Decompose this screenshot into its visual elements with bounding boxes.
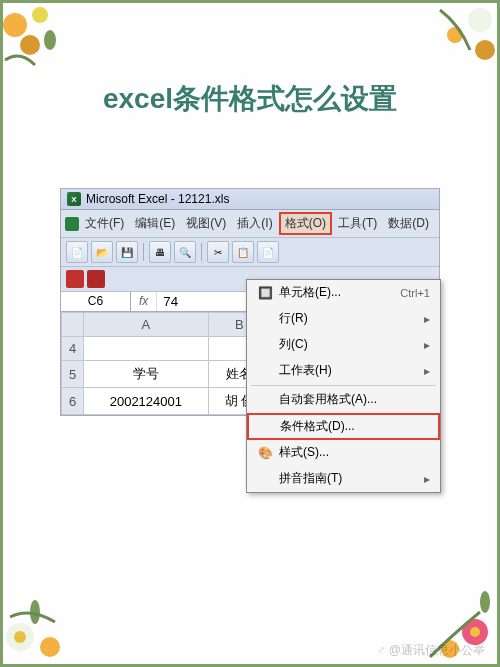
- menu-item-label: 单元格(E)...: [279, 284, 341, 301]
- menu-data[interactable]: 数据(D): [383, 213, 434, 234]
- fx-label[interactable]: fx: [131, 292, 157, 311]
- menu-format[interactable]: 格式(O): [279, 212, 332, 235]
- menu-item-cells[interactable]: 🔲 单元格(E)... Ctrl+1: [247, 280, 440, 306]
- standard-toolbar: 📄 📂 💾 🖶 🔍 ✂ 📋 📄: [61, 238, 439, 267]
- cells-icon: 🔲: [257, 285, 273, 301]
- window-title: Microsoft Excel - 12121.xls: [86, 192, 229, 206]
- flower-decoration-bl: [0, 577, 90, 667]
- new-button[interactable]: 📄: [66, 241, 88, 263]
- menu-item-label: 列(C): [279, 336, 308, 353]
- style-icon: 🎨: [257, 445, 273, 461]
- save-button[interactable]: 💾: [116, 241, 138, 263]
- menu-separator: [251, 385, 436, 386]
- cell[interactable]: 2002124001: [84, 388, 209, 415]
- menu-item-label: 拼音指南(T): [279, 470, 342, 487]
- menu-item-label: 自动套用格式(A)...: [279, 391, 377, 408]
- menu-view[interactable]: 视图(V): [181, 213, 231, 234]
- menu-item-autoformat[interactable]: 自动套用格式(A)...: [247, 387, 440, 413]
- pdf-icon[interactable]: [87, 270, 105, 288]
- row-header[interactable]: 6: [62, 388, 84, 415]
- menu-item-column[interactable]: 列(C) ▸: [247, 332, 440, 358]
- submenu-arrow-icon: ▸: [424, 364, 430, 378]
- row-header[interactable]: 5: [62, 361, 84, 388]
- app-menu-icon[interactable]: [65, 217, 79, 231]
- menu-item-label: 行(R): [279, 310, 308, 327]
- toolbar-separator: [143, 243, 144, 261]
- svg-point-8: [14, 631, 26, 643]
- submenu-arrow-icon: ▸: [424, 312, 430, 326]
- shortcut-label: Ctrl+1: [400, 287, 430, 299]
- pdf-icon[interactable]: [66, 270, 84, 288]
- format-dropdown-menu: 🔲 单元格(E)... Ctrl+1 行(R) ▸ 列(C): [246, 279, 441, 493]
- page-title: excel条件格式怎么设置: [103, 80, 397, 118]
- menu-insert[interactable]: 插入(I): [232, 213, 277, 234]
- menu-item-label: 条件格式(D)...: [280, 418, 355, 435]
- menubar: 文件(F) 编辑(E) 视图(V) 插入(I) 格式(O) 工具(T) 数据(D…: [61, 210, 439, 238]
- window-titlebar: X Microsoft Excel - 12121.xls: [61, 189, 439, 210]
- menu-item-label: 样式(S)...: [279, 444, 329, 461]
- menu-item-label: 工作表(H): [279, 362, 332, 379]
- sheet-area: A B 4 5 学号 姓名 6 2002124001 胡 俊: [61, 312, 439, 415]
- menu-item-style[interactable]: 🎨 样式(S)...: [247, 440, 440, 466]
- row-header[interactable]: 4: [62, 337, 84, 361]
- menu-item-sheet[interactable]: 工作表(H) ▸: [247, 358, 440, 384]
- menu-file[interactable]: 文件(F): [80, 213, 129, 234]
- paste-button[interactable]: 📄: [257, 241, 279, 263]
- watermark: ♂ @通讯信息小公举: [376, 642, 485, 659]
- menu-tools[interactable]: 工具(T): [333, 213, 382, 234]
- submenu-arrow-icon: ▸: [424, 472, 430, 486]
- cell[interactable]: 学号: [84, 361, 209, 388]
- excel-icon: X: [67, 192, 81, 206]
- svg-point-14: [480, 591, 490, 613]
- menu-edit[interactable]: 编辑(E): [130, 213, 180, 234]
- open-button[interactable]: 📂: [91, 241, 113, 263]
- menu-item-phonetic[interactable]: 拼音指南(T) ▸: [247, 466, 440, 492]
- name-box[interactable]: C6: [61, 292, 131, 311]
- submenu-arrow-icon: ▸: [424, 338, 430, 352]
- svg-point-12: [470, 627, 480, 637]
- cell[interactable]: [84, 337, 209, 361]
- preview-button[interactable]: 🔍: [174, 241, 196, 263]
- menu-item-conditional-format[interactable]: 条件格式(D)...: [247, 413, 440, 440]
- cut-button[interactable]: ✂: [207, 241, 229, 263]
- toolbar-separator: [201, 243, 202, 261]
- excel-window: X Microsoft Excel - 12121.xls 文件(F) 编辑(E…: [60, 188, 440, 416]
- print-button[interactable]: 🖶: [149, 241, 171, 263]
- spreadsheet-grid[interactable]: A B 4 5 学号 姓名 6 2002124001 胡 俊: [61, 312, 271, 415]
- copy-button[interactable]: 📋: [232, 241, 254, 263]
- menu-item-row[interactable]: 行(R) ▸: [247, 306, 440, 332]
- col-header-a[interactable]: A: [84, 313, 209, 337]
- svg-point-9: [40, 637, 60, 657]
- select-all-corner[interactable]: [62, 313, 84, 337]
